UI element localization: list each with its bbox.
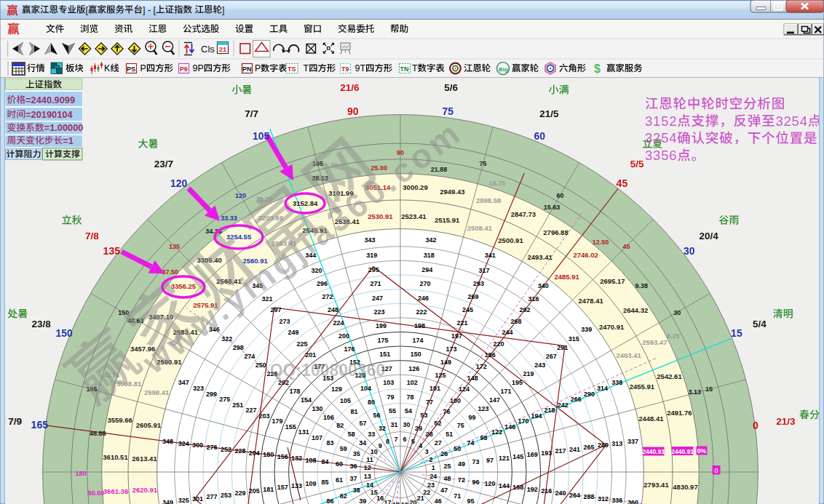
- svg-text:313: 313: [611, 440, 622, 447]
- svg-text:337: 337: [627, 438, 638, 445]
- svg-text:62: 62: [340, 492, 347, 500]
- svg-text:72: 72: [458, 476, 465, 484]
- svg-text:7/8: 7/8: [85, 231, 99, 241]
- svg-text:240: 240: [555, 489, 566, 497]
- svg-text:T: T: [304, 63, 309, 73]
- svg-text:60: 60: [556, 192, 563, 199]
- svg-text:79: 79: [387, 393, 394, 401]
- svg-text:253: 253: [221, 492, 231, 499]
- svg-text:341: 341: [485, 252, 496, 259]
- svg-text:25: 25: [444, 463, 451, 470]
- svg-text:291: 291: [557, 344, 568, 351]
- svg-text:120: 120: [484, 480, 495, 487]
- svg-text:197: 197: [451, 332, 462, 340]
- svg-text:146: 146: [504, 423, 515, 431]
- svg-text:3254: 3254: [645, 130, 677, 145]
- svg-text:60: 60: [336, 460, 343, 468]
- svg-text:7/9: 7/9: [8, 416, 22, 427]
- svg-text:3254: 3254: [775, 113, 807, 129]
- svg-text:59: 59: [340, 445, 347, 452]
- svg-text:301: 301: [192, 495, 203, 503]
- svg-text:125: 125: [435, 372, 445, 379]
- svg-text:50: 50: [453, 445, 461, 452]
- svg-text:3152: 3152: [645, 113, 677, 129]
- svg-text:342: 342: [426, 236, 437, 244]
- svg-text:28: 28: [426, 431, 433, 438]
- svg-text:121: 121: [499, 455, 510, 462]
- svg-text:273: 273: [279, 318, 290, 325]
- svg-text:223: 223: [373, 308, 384, 316]
- svg-text:8: 8: [386, 438, 389, 445]
- svg-text:297: 297: [271, 306, 282, 313]
- svg-text:12: 12: [364, 464, 371, 471]
- svg-text:217: 217: [555, 447, 566, 455]
- svg-text:2493.41: 2493.41: [528, 253, 553, 261]
- svg-text:154: 154: [301, 396, 312, 404]
- svg-text:131: 131: [298, 428, 309, 436]
- svg-text:148: 148: [467, 375, 478, 382]
- svg-text:315: 315: [569, 335, 579, 343]
- svg-text:317: 317: [478, 267, 489, 274]
- svg-text:106: 106: [323, 414, 334, 421]
- svg-text:2898.58: 2898.58: [476, 196, 501, 204]
- svg-text:34: 34: [359, 439, 366, 447]
- svg-text:60: 60: [534, 130, 546, 142]
- svg-text:18.75: 18.75: [489, 180, 506, 187]
- svg-text:155: 155: [285, 423, 296, 431]
- svg-text:2448.41: 2448.41: [638, 415, 664, 423]
- svg-text:272: 272: [322, 293, 333, 300]
- svg-text:20/4: 20/4: [700, 231, 719, 241]
- svg-text:109: 109: [306, 480, 317, 487]
- svg-text:32: 32: [379, 425, 386, 432]
- svg-text:36: 36: [349, 463, 357, 470]
- svg-text:271: 271: [370, 280, 381, 287]
- svg-text:242: 242: [558, 401, 569, 409]
- svg-text:172: 172: [476, 363, 487, 370]
- svg-text:251: 251: [232, 401, 243, 409]
- svg-text:173: 173: [445, 345, 456, 353]
- svg-text:289: 289: [598, 441, 609, 449]
- svg-text:P: P: [140, 63, 146, 73]
- svg-text:124: 124: [459, 385, 470, 393]
- svg-text:19: 19: [401, 501, 408, 504]
- svg-text:K: K: [104, 63, 111, 73]
- svg-text:122: 122: [491, 428, 502, 436]
- svg-text:174: 174: [412, 337, 423, 344]
- svg-text:5: 5: [411, 438, 415, 445]
- svg-text:123: 123: [478, 405, 488, 412]
- svg-text:195: 195: [512, 379, 523, 386]
- svg-text:150: 150: [55, 327, 73, 339]
- svg-text:0: 0: [714, 467, 718, 474]
- svg-text:73: 73: [472, 458, 479, 465]
- svg-text:2949.43: 2949.43: [440, 188, 464, 196]
- svg-text:156: 156: [277, 453, 288, 460]
- svg-text:T9: T9: [341, 65, 349, 73]
- svg-text:T: T: [412, 63, 418, 73]
- svg-text:P: P: [255, 63, 261, 73]
- svg-text:264: 264: [569, 492, 580, 499]
- svg-text:105: 105: [253, 130, 270, 142]
- svg-text:318: 318: [424, 252, 435, 259]
- svg-text:338: 338: [611, 379, 622, 386]
- svg-text:2598.41: 2598.41: [144, 388, 170, 396]
- svg-text:3356.25: 3356.25: [171, 282, 197, 290]
- svg-text:26: 26: [440, 450, 448, 457]
- svg-text:=1.00000: =1.00000: [44, 122, 84, 133]
- svg-text:241: 241: [569, 446, 580, 453]
- svg-text:75: 75: [457, 422, 464, 429]
- svg-text:2500.91: 2500.91: [498, 236, 523, 244]
- svg-text:244: 244: [502, 329, 513, 336]
- svg-text:2440.91: 2440.91: [671, 448, 694, 455]
- svg-text:201: 201: [305, 351, 316, 359]
- svg-text:13: 13: [364, 473, 371, 480]
- svg-text:269: 269: [467, 293, 478, 300]
- svg-text:224: 224: [333, 319, 344, 327]
- svg-text:23/8: 23/8: [31, 319, 51, 329]
- svg-text:4830.97: 4830.97: [673, 483, 697, 491]
- svg-text:246: 246: [418, 295, 429, 302]
- svg-text:130: 130: [312, 405, 323, 412]
- svg-text:2523.41: 2523.41: [401, 212, 427, 220]
- svg-text:9P: 9P: [193, 63, 204, 73]
- svg-text:205: 205: [249, 487, 260, 495]
- svg-text:3661.36: 3661.36: [103, 487, 128, 495]
